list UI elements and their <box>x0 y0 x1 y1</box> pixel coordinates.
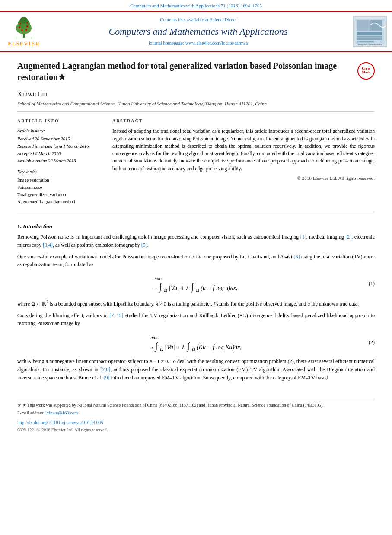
integral-1-icon: ∫ <box>159 281 162 292</box>
eq2-number: (2) <box>369 339 375 346</box>
article-history: Article history: Received 20 September 2… <box>17 127 104 165</box>
intro-paragraph-1: Removing Poisson noise is an important a… <box>17 233 375 249</box>
intro-paragraph-2: One successful example of variational mo… <box>17 253 375 269</box>
eq1-number: (1) <box>369 280 375 287</box>
svg-text:computers & mathematics: computers & mathematics <box>358 44 382 46</box>
journal-header: ELSEVIER Contents lists available at Sci… <box>0 11 392 52</box>
abstract-label: ABSTRACT <box>112 118 375 124</box>
journal-thumbnail-area: computers & mathematics <box>353 16 388 47</box>
crossmark-badge[interactable]: CrossMark <box>357 62 375 80</box>
footnote-section: ★ ★ This work was supported by National … <box>17 398 375 433</box>
main-content: 1. Introduction Removing Poisson noise i… <box>17 212 375 389</box>
article-info-abstract-section: ARTICLE INFO Article history: Received 2… <box>17 112 375 212</box>
journal-thumbnail-image: computers & mathematics <box>353 16 387 47</box>
received-date: Received 20 September 2015 <box>17 136 104 143</box>
equation-2: minu ∫ Ω |∇u| + λ ∫ Ω (Ku − f log Ku)dx,… <box>17 333 375 352</box>
integral-4-icon: ∫ <box>187 341 190 351</box>
intro-paragraph-3: where Ω ⊂ ℝ2 is a bounded open subset wi… <box>17 299 375 308</box>
journal-citation-text: Computers and Mathematics with Applicati… <box>130 3 262 8</box>
homepage-line: journal homepage: www.elsevier.com/locat… <box>48 40 349 46</box>
svg-rect-15 <box>357 32 382 35</box>
svg-point-5 <box>19 26 20 28</box>
issn-line: 0898-1221/© 2016 Elsevier Ltd. All right… <box>17 427 375 433</box>
intro-paragraph-4: Considering the blurring effect, authors… <box>17 312 375 328</box>
keywords-section: Keywords: Image restoration Poisson nois… <box>17 169 104 206</box>
elsevier-label: ELSEVIER <box>8 40 40 48</box>
svg-rect-18 <box>357 41 374 42</box>
svg-point-6 <box>26 25 28 27</box>
journal-header-center: Contents lists available at ScienceDirec… <box>48 16 349 47</box>
journal-title: Computers and Mathematics with Applicati… <box>48 25 349 38</box>
svg-point-9 <box>19 23 21 25</box>
keywords-title: Keywords: <box>17 169 104 175</box>
equation-1: minu ∫ Ω |∇u| + λ ∫ Ω (u − f log u)dx, (… <box>17 274 375 293</box>
history-title: Article history: <box>17 127 104 135</box>
article-title-section: Augmented Lagrangian method for total ge… <box>17 52 375 112</box>
accepted-date: Accepted 6 March 2016 <box>17 150 104 158</box>
footnote-email: E-mail address: lxinwu@163.com <box>17 410 375 417</box>
article-info-col: ARTICLE INFO Article history: Received 2… <box>17 118 104 206</box>
footnote-doi: http://dx.doi.org/10.1016/j.camwa.2016.0… <box>17 418 375 426</box>
doi-link[interactable]: http://dx.doi.org/10.1016/j.camwa.2016.0… <box>17 420 103 425</box>
eq1-content: minu ∫ Ω |∇u| + λ ∫ Ω (u − f log u)dx, <box>154 274 237 293</box>
intro-paragraph-5: with K being a nonnegative linear compac… <box>17 357 375 382</box>
available-date: Available online 28 March 2016 <box>17 158 104 165</box>
article-content: Augmented Lagrangian method for total ge… <box>0 52 392 433</box>
section1-title: 1. Introduction <box>17 223 375 230</box>
integral-2-icon: ∫ <box>191 281 194 292</box>
email-link[interactable]: lxinwu@163.com <box>45 411 78 415</box>
journal-citation[interactable]: Computers and Mathematics with Applicati… <box>0 0 392 11</box>
keyword-1: Image restoration <box>17 177 104 184</box>
elsevier-tree-icon <box>10 15 38 39</box>
copyright-line: © 2016 Elsevier Ltd. All rights reserved… <box>112 175 375 182</box>
svg-rect-13 <box>357 20 370 31</box>
footnote-star-text: ★ ★ This work was supported by National … <box>17 402 375 408</box>
svg-rect-1 <box>16 38 32 38</box>
section1-number: 1. <box>17 223 22 229</box>
svg-point-10 <box>26 22 28 24</box>
eq2-content: minu ∫ Ω |∇u| + λ ∫ Ω (Ku − f log Ku)dx, <box>150 333 242 352</box>
keyword-4: Augmented Lagrangian method <box>17 198 104 206</box>
keyword-3: Total generalized variation <box>17 191 104 199</box>
author-name: Xinwu Liu <box>17 89 375 99</box>
author-affiliation: School of Mathematics and Computational … <box>17 101 375 107</box>
integral-3-icon: ∫ <box>155 341 158 351</box>
svg-point-7 <box>21 29 23 31</box>
svg-rect-17 <box>357 38 382 40</box>
svg-point-8 <box>25 29 27 31</box>
keyword-2: Poisson noise <box>17 184 104 191</box>
contents-available-line: Contents lists available at ScienceDirec… <box>48 16 349 23</box>
abstract-text: Instead of adopting the traditional tota… <box>112 127 375 172</box>
abstract-col: ABSTRACT Instead of adopting the traditi… <box>112 118 375 206</box>
svg-rect-14 <box>370 20 382 31</box>
article-info-label: ARTICLE INFO <box>17 118 104 124</box>
svg-point-4 <box>20 17 28 24</box>
elsevier-logo: ELSEVIER <box>4 15 43 48</box>
article-title: Augmented Lagrangian method for total ge… <box>17 60 351 83</box>
svg-rect-16 <box>357 36 382 38</box>
revised-date: Received in revised form 1 March 2016 <box>17 143 104 150</box>
